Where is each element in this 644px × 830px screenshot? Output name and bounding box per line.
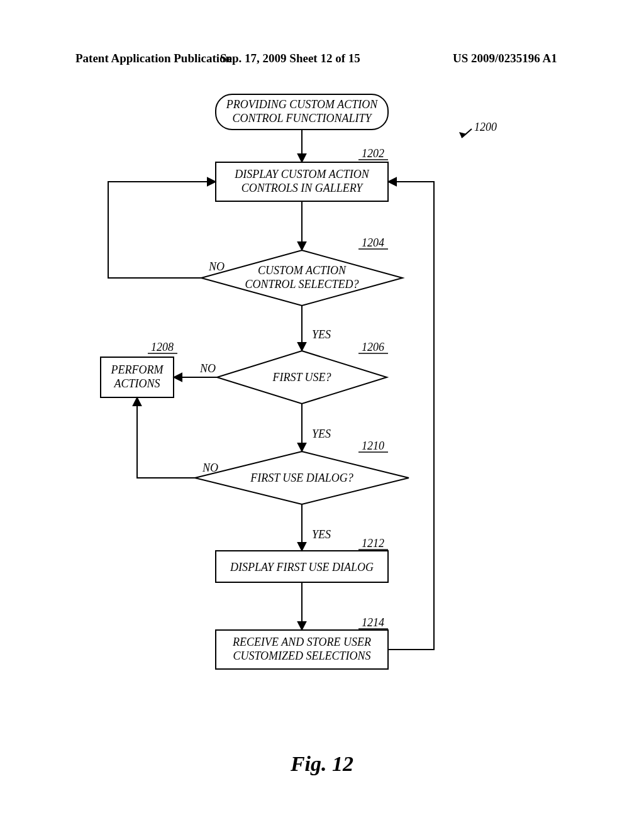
header-center: Sep. 17, 2009 Sheet 12 of 15 <box>220 52 360 65</box>
edge-1206-no: NO <box>174 362 217 377</box>
svg-text:NO: NO <box>202 462 218 474</box>
header-right: US 2009/0235196 A1 <box>453 52 557 65</box>
decision-1210: FIRST USE DIALOG? <box>195 451 409 504</box>
ref-1204: 1204 <box>362 236 384 249</box>
svg-text:CUSTOMIZED SELECTIONS: CUSTOMIZED SELECTIONS <box>233 650 370 662</box>
ref-1206: 1206 <box>362 341 384 353</box>
box-1208: PERFORM ACTIONS <box>101 357 174 397</box>
box-1214: RECEIVE AND STORE USER CUSTOMIZED SELECT… <box>216 630 388 669</box>
ref-1202: 1202 <box>362 147 384 160</box>
svg-text:FIRST USE?: FIRST USE? <box>272 371 331 384</box>
header-left: Patent Application Publication <box>75 52 232 65</box>
decision-1206: FIRST USE? <box>217 351 387 404</box>
svg-text:FIRST USE DIALOG?: FIRST USE DIALOG? <box>250 472 353 484</box>
box-1202: DISPLAY CUSTOM ACTION CONTROLS IN GALLER… <box>216 162 388 201</box>
svg-text:YES: YES <box>312 328 331 341</box>
decision-1204: CUSTOM ACTION CONTROL SELECTED? <box>201 250 402 306</box>
edge-1204-no: NO <box>108 182 225 278</box>
figure-caption: Fig. 12 <box>0 752 644 776</box>
edge-1210-yes: YES <box>302 504 331 551</box>
ref-1214: 1214 <box>362 616 384 629</box>
box-1212: DISPLAY FIRST USE DIALOG <box>216 551 388 582</box>
ref-1212: 1212 <box>362 537 384 550</box>
ref-1208: 1208 <box>151 341 174 353</box>
svg-text:YES: YES <box>312 528 331 541</box>
flowchart: PROVIDING CUSTOM ACTION CONTROL FUNCTION… <box>75 88 569 748</box>
svg-text:CONTROL FUNCTIONALITY: CONTROL FUNCTIONALITY <box>232 112 372 124</box>
svg-text:DISPLAY CUSTOM ACTION: DISPLAY CUSTOM ACTION <box>234 168 369 180</box>
terminator-start: PROVIDING CUSTOM ACTION CONTROL FUNCTION… <box>216 94 388 130</box>
svg-text:PROVIDING CUSTOM ACTION: PROVIDING CUSTOM ACTION <box>226 98 378 111</box>
edge-1210-no: NO <box>137 397 218 478</box>
svg-text:CUSTOM ACTION: CUSTOM ACTION <box>258 264 347 277</box>
svg-text:NO: NO <box>199 362 216 375</box>
svg-text:CONTROLS IN GALLERY: CONTROLS IN GALLERY <box>242 182 364 194</box>
ref-1200: 1200 <box>459 121 497 138</box>
edge-1204-yes: YES <box>302 306 331 351</box>
ref-1210: 1210 <box>362 440 384 452</box>
svg-text:ACTIONS: ACTIONS <box>113 377 160 390</box>
svg-text:YES: YES <box>312 428 331 440</box>
svg-text:RECEIVE AND STORE USER: RECEIVE AND STORE USER <box>232 636 371 648</box>
edge-1214-loop <box>388 182 434 650</box>
edge-1206-yes: YES <box>302 404 331 451</box>
svg-text:DISPLAY FIRST USE DIALOG: DISPLAY FIRST USE DIALOG <box>230 561 374 573</box>
svg-text:1200: 1200 <box>474 121 497 133</box>
svg-text:PERFORM: PERFORM <box>111 363 164 376</box>
svg-text:CONTROL SELECTED?: CONTROL SELECTED? <box>245 278 358 290</box>
svg-text:NO: NO <box>208 260 225 273</box>
